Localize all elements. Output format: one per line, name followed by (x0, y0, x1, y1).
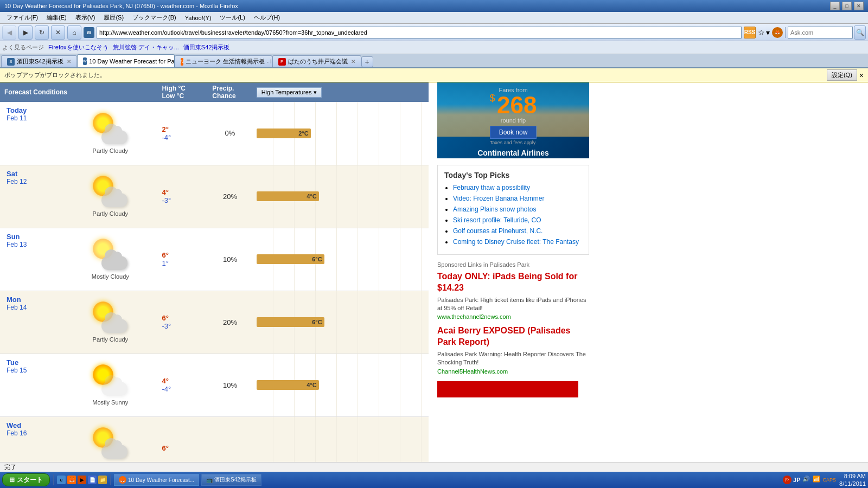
temp-bar: 4°C (257, 380, 319, 390)
popup-settings-button[interactable]: 設定(Q) (827, 69, 857, 81)
system-clock: 8:09 AM 8/11/2011 (839, 472, 866, 488)
back-button[interactable]: ◀ (2, 25, 16, 40)
taskbar-btn-tv[interactable]: 📺 酒田東S42掲示板 (201, 474, 261, 486)
menu-tools[interactable]: ツール(L) (215, 12, 249, 23)
stop-button[interactable]: ✕ (51, 25, 65, 40)
forecast-row: TueFeb 15 Mostly Sunny4°-4°10%4°C (0, 354, 429, 416)
temp-cell: 4°-4° (157, 354, 208, 416)
home-button[interactable]: ⌂ (67, 25, 81, 40)
top-picks-link[interactable]: Video: Frozen Banana Hammer (453, 195, 545, 202)
menu-view[interactable]: 表示(V) (71, 12, 100, 23)
menu-file[interactable]: ファイル(F) (2, 12, 42, 23)
top-picks-list: February thaw a possibilityVideo: Frozen… (444, 184, 582, 246)
cloud-puff-2 (112, 377, 122, 387)
minimize-button[interactable]: _ (830, 2, 840, 10)
sponsored-ad-url[interactable]: www.thechannel2news.com (437, 313, 589, 320)
precip-cell: 0% (208, 102, 252, 165)
top-picks-link[interactable]: Golf courses at Pinehurst, N.C. (453, 227, 542, 235)
clock-date: 8/11/2011 (839, 480, 866, 487)
taskbar-divider-2 (110, 474, 111, 485)
sponsored-ad-url[interactable]: Channel5HealthNews.com (437, 368, 589, 375)
day-name: Mon (7, 296, 56, 304)
ad-book-button[interactable]: Book now (490, 126, 537, 139)
menu-edit[interactable]: 編集(E) (42, 12, 71, 23)
menu-history[interactable]: 履歴(S) (99, 12, 128, 23)
taskbar-tv-icon: 📺 (206, 477, 213, 483)
ie-icon[interactable]: e (57, 476, 66, 484)
temp-bar: 2°C (257, 129, 311, 138)
forward-button[interactable]: ▶ (18, 25, 33, 40)
ad-fine-print: Taxes and fees apply. (444, 140, 583, 145)
tab-pata[interactable]: P ぱたのうち井戸端会議 ✕ (272, 55, 361, 67)
docs-icon[interactable]: 📄 (88, 476, 97, 484)
menu-bookmarks[interactable]: ブックマーク(B) (128, 12, 181, 23)
star-icon[interactable]: ☆ (758, 28, 765, 37)
reload-button[interactable]: ↻ (35, 25, 49, 40)
bookmark-sakata[interactable]: 酒田東S42掲示板 (183, 43, 230, 52)
tab-close-3[interactable]: ✕ (351, 59, 355, 65)
day-date: Feb 12 (7, 178, 56, 185)
temp-cell: 4°-3° (157, 165, 208, 228)
top-picks-link[interactable]: Ski resort profile: Telluride, CO (453, 216, 541, 224)
precip-cell: 10% (208, 228, 252, 291)
tab-sakata[interactable]: S 酒田東S42掲示板 ✕ (1, 55, 77, 67)
close-button[interactable]: ✕ (854, 2, 864, 10)
volume-icon[interactable]: 🔊 (802, 476, 811, 484)
bookmark-firefox[interactable]: Firefoxを使いこなそう (48, 43, 108, 52)
folder-icon[interactable]: 📁 (98, 476, 107, 484)
weather-icon (93, 239, 127, 273)
nav-bar: ◀ ▶ ↻ ✕ ⌂ W RSS ☆ ▾ 🦊 🔍 (0, 24, 868, 41)
bookmark-controls: ☆ ▾ (758, 28, 770, 37)
taskbar-btn-ff[interactable]: 🦊 10 Day Weather Forecast... (114, 474, 199, 486)
jp-ime-indicator[interactable]: JP (793, 477, 800, 483)
day-date: Feb 14 (7, 304, 56, 311)
weather-section: Forecast Conditions High °C Low °C Preci… (0, 82, 429, 480)
network-icon[interactable]: 📶 (813, 476, 821, 484)
precip-cell: 20% (208, 165, 252, 228)
tab-favicon-3: P (278, 58, 286, 66)
rss-button[interactable]: RSS (744, 27, 756, 38)
top-picks-link[interactable]: Amazing Plains snow photos (453, 206, 536, 213)
tab-label-0: 酒田東S42掲示板 (17, 57, 63, 66)
temp-type-dropdown[interactable]: High Temperatures ▾ (257, 87, 322, 98)
new-tab-button[interactable]: + (361, 56, 373, 67)
temp-cell: 6°1° (157, 228, 208, 291)
top-picks-item: Coming to Disney Cruise fleet: The Fanta… (453, 238, 582, 246)
address-input[interactable] (97, 27, 742, 38)
temp-header: High °C Low °C (157, 82, 208, 102)
bookmark-radio[interactable]: 荒川強啓 デイ・キャッ... (113, 43, 179, 52)
popup-blocked-bar: ポップアップがブロックされました。 設定(Q) × (0, 68, 868, 82)
search-button[interactable]: 🔍 (854, 25, 866, 40)
day-date: Feb 15 (7, 367, 56, 374)
menu-yahoo[interactable]: Yahoo!(Y) (181, 14, 216, 22)
red-banner (437, 381, 578, 397)
top-picks-title: Today's Top Picks (444, 171, 582, 179)
dropdown-arrow-icon: ▾ (314, 89, 317, 96)
high-temp: 6° (162, 251, 203, 259)
taskbar: ⊞ スタート e 🦊 ▶ 📄 📁 🦊 10 Day Weather Foreca… (0, 472, 868, 488)
maximize-button[interactable]: □ (842, 2, 852, 10)
menu-help[interactable]: ヘルプ(H) (250, 12, 284, 23)
condition-label: Partly Cloudy (67, 336, 153, 343)
star-dropdown-icon[interactable]: ▾ (766, 28, 770, 37)
sponsored-ad-title[interactable]: Today ONLY: iPads Being Sold for $14.23 (437, 271, 589, 294)
search-input[interactable] (788, 27, 853, 38)
window-controls: _ □ ✕ (830, 2, 864, 10)
media-icon[interactable]: ▶ (78, 476, 86, 484)
tab-newyork[interactable]: N ニューヨーク 生活情報掲示板 - info... ✕ (175, 55, 272, 67)
firefox-icon[interactable]: 🦊 (67, 476, 76, 484)
top-picks-link[interactable]: Coming to Disney Cruise fleet: The Fanta… (453, 238, 579, 246)
tab-close-0[interactable]: ✕ (67, 59, 71, 65)
forecast-row: TodayFeb 11 Partly Cloudy2°-4°0%2°C (0, 102, 429, 165)
flag-icon[interactable]: 🏳 (783, 476, 792, 484)
start-button[interactable]: ⊞ スタート (2, 473, 50, 486)
tab-weather[interactable]: W 10 Day Weather Forecast for Palis... ✕ (77, 54, 175, 67)
tab-label-2: ニューヨーク 生活情報掲示板 - info... (186, 57, 272, 66)
popup-bar-close[interactable]: × (859, 71, 864, 80)
top-picks-link[interactable]: February thaw a possibility (453, 184, 530, 191)
low-temp: -4° (162, 133, 203, 142)
ad-dollar-sign: $ (490, 93, 495, 104)
weather-icon (93, 113, 127, 147)
sponsored-ad-title[interactable]: Acai Berry EXPOSED (Palisades Park Repor… (437, 325, 589, 348)
low-temp: 1° (162, 259, 203, 267)
